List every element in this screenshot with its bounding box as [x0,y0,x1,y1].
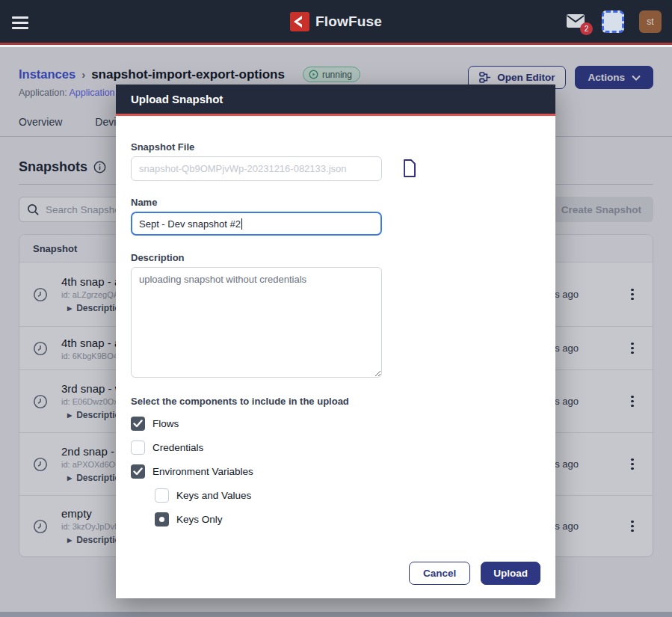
checkbox-environment-variables[interactable]: Environment Variables [131,464,253,479]
user-avatar[interactable]: st [639,10,662,33]
team-avatar-button[interactable] [602,10,624,33]
name-label: Name [131,197,157,208]
checkbox-checked-icon [131,464,145,479]
checkbox-checked-icon [131,417,145,431]
checkbox-unchecked-icon [131,441,145,455]
top-navbar: FlowFuse 2 st [0,0,672,45]
modal-header: Upload Snapshot [116,85,555,116]
radio-checked-icon [155,512,169,527]
text-caret [241,218,242,230]
upload-snapshot-modal: Upload Snapshot Snapshot File Name Sept … [116,85,555,598]
upload-button[interactable]: Upload [481,562,540,585]
radio-keys-only[interactable]: Keys Only [155,512,223,527]
components-label: Select the components to include in the … [131,396,349,407]
document-icon [401,159,418,178]
checkbox-flows[interactable]: Flows [131,417,179,431]
name-input[interactable]: Sept - Dev snapshot #2 [131,212,382,236]
flowfuse-logo-text: FlowFuse [315,13,382,30]
description-label: Description [131,252,185,263]
checkbox-credentials[interactable]: Credentials [131,441,203,455]
cancel-button[interactable]: Cancel [409,562,470,585]
snapshot-file-input[interactable] [131,156,382,181]
radio-keys-and-values-label: Keys and Values [176,490,251,501]
checkbox-credentials-label: Credentials [152,442,203,453]
radio-keys-only-label: Keys Only [176,514,223,525]
radio-unchecked-icon [155,488,169,503]
checkbox-flows-label: Flows [152,418,179,429]
snapshot-file-label: Snapshot File [131,141,194,153]
name-input-value: Sept - Dev snapshot #2 [139,218,241,230]
radio-keys-and-values[interactable]: Keys and Values [155,488,251,503]
checkbox-environment-variables-label: Environment Variables [152,466,253,477]
choose-file-button[interactable] [401,159,418,180]
screen: FlowFuse 2 st Instances › snapshot-impor… [0,0,672,617]
notifications-button[interactable]: 2 [566,13,587,31]
description-textarea[interactable]: uploading snapshot without credentials [131,267,382,378]
modal-title: Upload Snapshot [131,93,223,105]
notification-count-badge: 2 [580,22,593,35]
flowfuse-logo-icon [290,12,309,31]
